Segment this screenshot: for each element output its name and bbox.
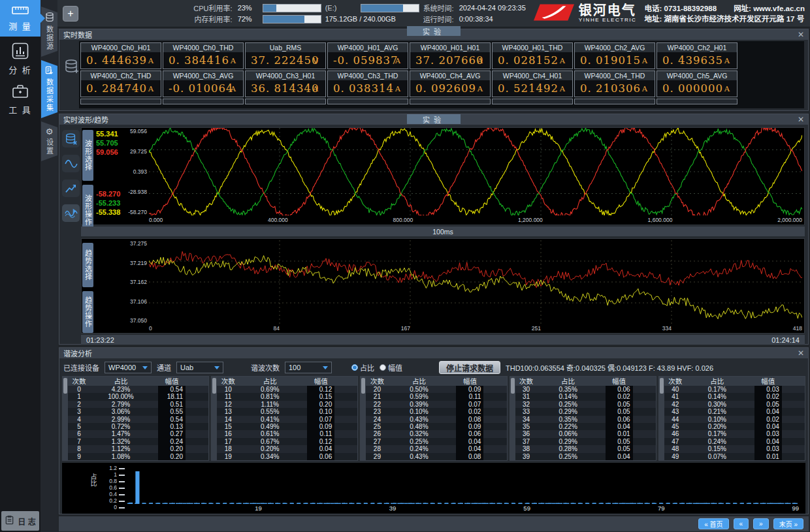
table-scrollbar[interactable] — [63, 377, 68, 460]
tile-unit: A — [395, 84, 401, 93]
table-scrollbar[interactable] — [361, 377, 366, 460]
tile-value: 0. 210306A — [575, 80, 655, 97]
measurement-tile: WP4000_Ch3_AVG-0. 010064A — [163, 70, 244, 97]
tile-name: WP4000_Ch0_THD — [163, 43, 243, 52]
trend-line-icon[interactable] — [62, 180, 80, 197]
database-add-icon[interactable] — [63, 58, 81, 76]
cpu-value: 23% — [238, 4, 257, 12]
table-scrollbar[interactable] — [659, 377, 664, 460]
device-label: 已连接设备 — [63, 362, 99, 373]
measurement-tile: WP4000_Ch4_THD0. 210306A — [574, 70, 655, 97]
tile-name: WP4000_Ch4_AVG — [410, 71, 490, 80]
harmonic-stats: THD100:0.063554 奇:0.040325 偶:0.049123 F:… — [506, 362, 713, 373]
harmonic-table: 次数占比幅值100.69%0.12110.81%0.15121.11%0.201… — [211, 376, 358, 461]
tab-settings[interactable]: ⚙ 设置 — [41, 121, 57, 161]
scrollbar-thumb[interactable] — [361, 378, 365, 394]
tile-value: -0. 010064A — [163, 80, 243, 97]
harmonic-row: 410.14%0.02 — [664, 393, 805, 400]
axis-tick-label: 1,200.000 — [518, 217, 543, 223]
trend-select-tab[interactable]: 趋势选择 — [82, 243, 93, 287]
measurement-tile: WP4000_H01_THD0. 028152A — [492, 42, 573, 69]
axis-tick-label: 334 — [662, 325, 672, 332]
harmonic-row: 490.07%0.01 — [664, 453, 805, 460]
table-scrollbar[interactable] — [510, 377, 515, 460]
harmonic-row: 290.43%0.08 — [366, 453, 506, 460]
tile-name: WP4000_Ch0_H01 — [81, 43, 161, 52]
channel-label: 通道 — [157, 362, 171, 373]
ratio-radio[interactable]: 占比 — [351, 362, 374, 373]
tile-value: 37. 207660A — [410, 52, 490, 69]
tile-unit: A — [478, 56, 483, 65]
pagination-next-button[interactable]: » — [753, 518, 769, 529]
sidebar-item-measure[interactable]: 测 量 — [0, 0, 40, 37]
multi-wave-icon[interactable] — [62, 204, 80, 222]
clipped-tile — [656, 99, 737, 104]
system-stats: CPU利用率: 23% (E:) 系统时间: 2024-04-24 09:23:… — [193, 3, 526, 23]
brand-subtitle: YINHE ELECTRIC — [579, 17, 637, 23]
tile-value: 0. 038314A — [328, 80, 408, 97]
table-header-row: 次数占比幅值 — [515, 377, 656, 386]
amplitude-radio[interactable]: 幅值 — [380, 362, 402, 373]
scrollbar-thumb[interactable] — [511, 378, 515, 394]
harmonic-controls: 已连接设备 WP4000 通道 Uab 谐波次数 100 占比 幅值 停止请求数… — [63, 360, 804, 375]
sidebar-item-tools[interactable]: 工 具 — [0, 81, 40, 117]
tile-name: WP4000_H01_AVG — [328, 43, 408, 52]
measurement-tile: WP4000_Ch0_THD0. 384416A — [163, 42, 244, 69]
axis-tick-label: 167 — [401, 325, 410, 332]
wave-select-tab[interactable]: 波形选择 — [82, 130, 93, 181]
pagination-first-button[interactable]: « 首页 — [698, 518, 728, 529]
secondary-tabs: 数据源 数据采集 ⚙ 设置 — [40, 0, 57, 532]
sidebar: 测 量 分 析 工 具 日 志 — [0, 0, 40, 532]
sidebar-item-analysis[interactable]: 分 析 — [0, 40, 40, 77]
tile-value: 0. 384416A — [163, 52, 243, 69]
log-button[interactable]: 日 志 — [1, 511, 39, 531]
tile-unit: A — [231, 84, 236, 93]
clipped-tile — [163, 99, 244, 104]
measurement-tile: WP4000_Ch2_H010. 439635A — [656, 42, 737, 69]
harmonic-row: 1100.00%18.11 — [68, 393, 208, 400]
mem-progress-bar — [263, 15, 321, 23]
experiment-tab-wave[interactable]: 实验 — [407, 114, 461, 124]
experiment-tab-top[interactable]: 实验 — [407, 26, 461, 36]
harmonic-row: 300.35%0.06 — [515, 386, 656, 393]
sine-wave-icon[interactable] — [62, 155, 80, 172]
panel-title: 实时数据 — [63, 29, 92, 40]
radio-dot-icon — [380, 364, 386, 371]
close-icon[interactable]: ✕ — [798, 31, 804, 39]
harmonic-table: 次数占比幅值200.50%0.09210.59%0.11220.39%0.072… — [360, 376, 507, 461]
harmonic-row: 270.25%0.04 — [366, 438, 506, 445]
realtime-data-panel: 实时数据 ✕ WP4000_Ch0_H010. 444639AWP4000_Ch… — [59, 29, 809, 111]
close-icon[interactable]: ✕ — [798, 349, 804, 357]
order-select[interactable]: 100 — [285, 362, 332, 373]
measurement-tile: WP4000_Ch4_AVG0. 092609A — [410, 70, 491, 97]
add-button[interactable]: + — [63, 6, 78, 22]
tab-data-acquisition[interactable]: 数据采集 — [41, 60, 57, 118]
tile-value: 0. 439635A — [657, 52, 737, 69]
trend-operate-tab[interactable]: 趋势操作 — [82, 291, 93, 333]
stop-request-button[interactable]: 停止请求数据 — [439, 361, 500, 374]
channel-select[interactable]: Uab — [176, 362, 223, 373]
close-icon[interactable]: ✕ — [798, 116, 804, 123]
scrollbar-thumb[interactable] — [212, 378, 216, 394]
device-select[interactable]: WP4000 — [105, 362, 152, 373]
measurement-tile: WP4000_Ch3_THD0. 038314A — [327, 70, 408, 97]
chevron-down-icon — [142, 366, 148, 369]
tile-name: WP4000_Ch2_H01 — [657, 43, 737, 52]
axis-tick-label: 418 — [793, 325, 802, 332]
table-scrollbar[interactable] — [212, 377, 217, 460]
tile-value: 0. 092609A — [410, 80, 490, 97]
harmonic-table: 次数占比幅值04.23%0.541100.00%18.1122.79%0.513… — [62, 376, 209, 461]
scrollbar-thumb[interactable] — [63, 378, 67, 394]
scrollbar-thumb[interactable] — [660, 378, 664, 394]
cpu-label: CPU利用率: — [193, 3, 232, 13]
datasource-database-icon[interactable] — [62, 130, 80, 148]
harmonic-row: 110.81%0.15 — [217, 393, 357, 400]
harmonic-row: 33.06%0.55 — [68, 408, 208, 415]
tile-value: -0. 059837A — [328, 52, 408, 69]
clipped-tile — [492, 99, 573, 104]
tile-unit: V — [313, 56, 319, 65]
pagination-last-button[interactable]: 末页 » — [773, 518, 803, 529]
tab-label: 数据源 — [44, 25, 55, 51]
pagination-prev-button[interactable]: « — [734, 518, 749, 529]
harmonic-row: 230.10%0.02 — [366, 408, 506, 415]
